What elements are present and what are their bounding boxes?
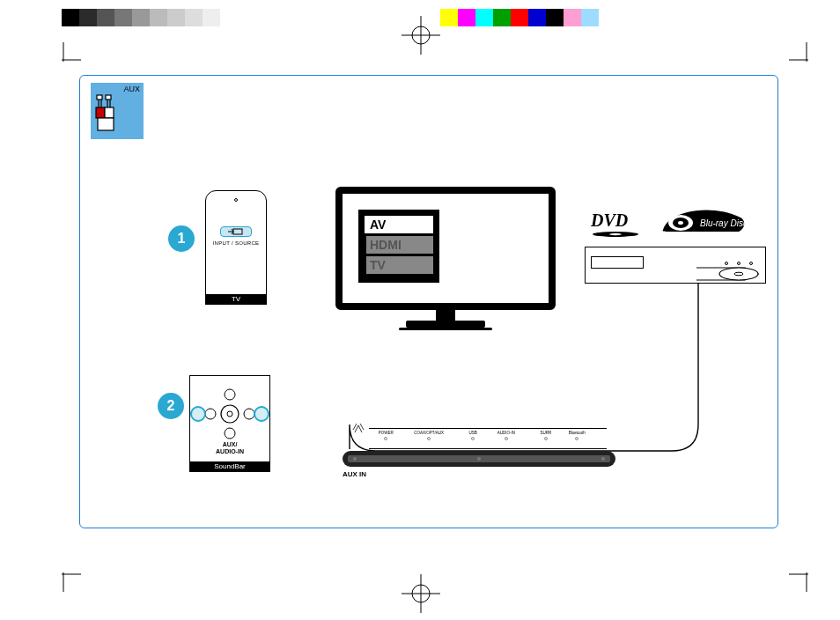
aux-cable-icon: AUX	[91, 83, 144, 139]
tv-remote: INPUT / SOURCE TV	[205, 190, 267, 305]
tv-menu-item-hdmi: HDMI	[365, 236, 433, 254]
svg-point-34	[678, 221, 683, 225]
bluray-logo: Blu-ray Disc	[659, 207, 748, 240]
disc-tray-icon	[696, 264, 776, 280]
aux-button-highlight-right	[254, 406, 269, 422]
bluray-text: Blu-ray Disc	[700, 218, 748, 228]
tv-menu-item-tv: TV	[365, 256, 433, 274]
svg-point-25	[227, 411, 232, 417]
svg-rect-14	[96, 107, 105, 118]
svg-point-40	[601, 457, 605, 461]
svg-rect-23	[233, 229, 242, 234]
registration-cross-bottom	[402, 574, 440, 613]
svg-point-31	[609, 232, 622, 234]
soundbar-remote: AUX/ AUDIO-IN SoundBar	[189, 375, 270, 472]
step-1-number: 1	[178, 231, 186, 247]
svg-rect-15	[105, 107, 114, 118]
disc-logos: DVD VIDEO Blu-ray Disc	[591, 206, 767, 241]
svg-rect-16	[98, 118, 114, 130]
color-calibration-bar	[62, 9, 616, 26]
ind-coax: COAX/OPT/AUX	[414, 431, 444, 435]
soundbar-bar-icon	[343, 451, 615, 467]
svg-point-27	[225, 428, 235, 439]
soundbar-remote-label: SoundBar	[189, 461, 270, 472]
tv-remote-label: TV	[205, 294, 267, 305]
step-2-badge: 2	[158, 393, 184, 419]
ind-power: POWER	[379, 431, 394, 435]
svg-rect-21	[97, 95, 102, 100]
input-source-label: INPUT / SOURCE	[206, 240, 266, 246]
ind-surr: SURR	[540, 431, 551, 435]
tv-source-menu: AV HDMI TV	[358, 210, 439, 283]
svg-point-26	[225, 389, 235, 400]
ind-audioin: AUDIO-IN	[497, 431, 515, 435]
ind-usb: USB	[468, 431, 476, 435]
step-2-number: 2	[167, 398, 175, 414]
diagram-frame: AUX 1 INPUT / SOURCE TV 2	[79, 75, 778, 528]
dvd-video-logo: DVD VIDEO	[591, 210, 640, 238]
crop-mark-bl	[46, 557, 81, 592]
crop-mark-tl	[46, 42, 81, 78]
svg-point-24	[221, 405, 239, 423]
ind-bt: Bluetooth	[569, 431, 586, 435]
soundbar-indicators: POWER COAX/OPT/AUX USB AUDIO-IN SURR Blu…	[369, 428, 607, 449]
crop-mark-br	[789, 557, 824, 592]
dvd-logo-top: DVD	[591, 210, 628, 230]
svg-point-35	[719, 268, 758, 280]
registration-cross-top	[402, 16, 440, 55]
soundbar-remote-btn-label: AUX/ AUDIO-IN	[190, 441, 269, 455]
svg-point-39	[477, 457, 481, 461]
crop-mark-tr	[789, 42, 824, 78]
aux-button-highlight-left	[190, 406, 206, 422]
input-source-button-icon	[220, 226, 252, 237]
tv-screen: AV HDMI TV	[335, 187, 556, 336]
step-1-badge: 1	[168, 225, 195, 252]
svg-rect-22	[106, 95, 111, 100]
svg-point-28	[205, 409, 216, 419]
aux-in-label: AUX IN	[343, 470, 366, 478]
svg-point-38	[353, 457, 357, 461]
tv-menu-item-av: AV	[365, 216, 433, 233]
